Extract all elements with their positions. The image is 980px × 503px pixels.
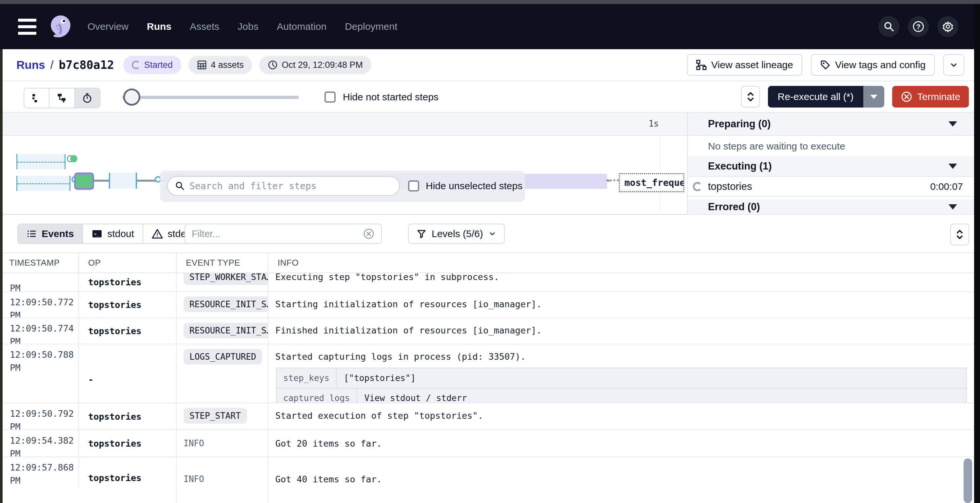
flat-view-button[interactable]: [24, 89, 49, 108]
log-view-tabs: Events >_ stdout ! stderr: [18, 224, 202, 244]
gantt-chart: 1s most_frequent H: [0, 113, 687, 215]
svg-text:>_: >_: [94, 231, 99, 236]
nav-item-jobs[interactable]: Jobs: [238, 21, 258, 32]
chevron-down-icon: [949, 60, 958, 70]
reexecute-split-button: Re-execute all (*): [768, 86, 885, 108]
log-row[interactable]: 12:09:50.772PM topstories RESOURCE_INIT_…: [0, 292, 974, 318]
run-actions-dropdown-button[interactable]: [943, 54, 964, 76]
breadcrumb: Runs / b7c80a12: [16, 58, 114, 72]
window-right-edge: [974, 4, 980, 503]
queued-step-box[interactable]: [109, 173, 137, 189]
gantt-search-box: [167, 176, 400, 196]
tab-events[interactable]: Events: [18, 224, 83, 243]
metadata-value: ["topstories"]: [337, 368, 423, 388]
reexecute-all-button[interactable]: Re-execute all (*): [768, 86, 864, 108]
nav-item-deployment[interactable]: Deployment: [345, 21, 397, 32]
tab-stdout[interactable]: >_ stdout: [83, 224, 143, 243]
tag-icon: [820, 60, 830, 70]
event-log-table: TIMESTAMP OP EVENT TYPE INFO PM topstori…: [0, 253, 974, 503]
waterfall-view-button[interactable]: [49, 89, 75, 108]
log-row[interactable]: 12:09:54.382PM topstories INFO Got 20 it…: [0, 430, 974, 457]
metadata-row: captured_logs View stdout / stderr: [277, 388, 966, 403]
run-header: Runs / b7c80a12 Started 4 assets Oct 29,…: [0, 49, 980, 81]
hide-not-started-checkbox[interactable]: [325, 91, 336, 103]
levels-dropdown-button[interactable]: Levels (5/6): [408, 224, 505, 244]
waterfall-view-icon: [56, 92, 67, 103]
step-search-input[interactable]: [189, 181, 392, 191]
nav-item-runs[interactable]: Runs: [147, 21, 172, 32]
status-spinner-icon: [132, 60, 140, 69]
run-logs-section: Events >_ stdout ! stderr Levels (5/6): [0, 215, 974, 503]
errored-section-header[interactable]: Errored (0): [688, 199, 974, 215]
svg-text:?: ?: [916, 22, 920, 31]
metadata-row: step_keys ["topstories"]: [277, 368, 966, 388]
caret-down-icon: [948, 164, 957, 169]
col-timestamp: TIMESTAMP: [0, 253, 79, 272]
event-type-pill: LOGS_CAPTURED: [183, 349, 262, 365]
grid-icon: [197, 60, 207, 70]
hamburger-menu-icon[interactable]: [18, 16, 40, 37]
event-type-label: INFO: [183, 474, 204, 484]
dotted-connector: [606, 179, 619, 181]
panel-resize-toggle[interactable]: [741, 86, 760, 108]
executing-step-box-topstories[interactable]: [74, 172, 94, 190]
not-started-step-box[interactable]: [16, 176, 70, 191]
window-top-edge: [0, 0, 980, 4]
breadcrumb-separator: /: [51, 58, 54, 72]
metadata-key: step_keys: [277, 368, 337, 388]
clear-filter-icon[interactable]: [363, 228, 375, 240]
executing-step-name: topstories: [708, 181, 752, 193]
dagster-logo[interactable]: [47, 13, 75, 40]
funnel-icon: [417, 229, 426, 239]
flat-view-icon: [31, 92, 42, 103]
timed-view-button[interactable]: [75, 89, 100, 108]
preparing-section-header[interactable]: Preparing (0): [688, 113, 974, 136]
caret-down-icon: [870, 95, 877, 99]
gantt-timeline-header: 1s: [0, 113, 687, 136]
log-scrollbar-thumb[interactable]: [964, 458, 972, 503]
log-row[interactable]: 12:09:50.792PM topstories STEP_START Sta…: [0, 403, 974, 430]
view-asset-lineage-button[interactable]: View asset lineage: [687, 54, 802, 76]
svg-text:!: !: [156, 232, 158, 238]
terminate-icon: [901, 91, 913, 103]
log-row[interactable]: 12:09:50.788PM - LOGS_CAPTURED Started c…: [0, 344, 974, 403]
executing-section-header[interactable]: Executing (1): [688, 156, 974, 177]
reexecute-dropdown-button[interactable]: [863, 86, 884, 108]
terminate-button[interactable]: Terminate: [892, 86, 969, 108]
gantt-zoom-slider-track[interactable]: [122, 96, 299, 99]
gear-icon[interactable]: [937, 16, 958, 37]
gantt-toolbar: Hide not started steps Re-execute all (*…: [0, 81, 980, 113]
hide-unselected-label: Hide unselected steps: [426, 180, 522, 191]
completed-marker-dot[interactable]: [70, 155, 77, 162]
gantt-view-mode-group: [24, 88, 100, 108]
help-icon[interactable]: ?: [908, 16, 929, 37]
log-scroll-toggle[interactable]: [950, 224, 969, 245]
log-row[interactable]: 12:09:57.868PM topstories INFO Got 40 it…: [0, 457, 974, 503]
view-stdout-stderr-link[interactable]: View stdout / stderr: [357, 388, 474, 403]
log-filter-box: [185, 224, 382, 244]
not-started-step-box[interactable]: [16, 154, 65, 169]
breadcrumb-runs-link[interactable]: Runs: [16, 58, 45, 72]
hide-unselected-checkbox[interactable]: [408, 180, 419, 191]
up-down-chevrons-icon: [746, 90, 755, 103]
col-event-type: EVENT TYPE: [177, 253, 269, 272]
spinner-icon: [693, 182, 702, 191]
search-icon[interactable]: [878, 16, 899, 37]
pending-step-box[interactable]: most_frequent: [619, 173, 684, 192]
log-row[interactable]: PM topstories STEP_WORKER_STA… Executing…: [0, 273, 974, 292]
event-type-pill: RESOURCE_INIT_S…: [183, 296, 269, 312]
gantt-zoom-slider-thumb[interactable]: [123, 89, 140, 105]
assets-badge[interactable]: 4 assets: [188, 56, 252, 74]
nav-item-assets[interactable]: Assets: [190, 21, 219, 32]
window-left-edge: [0, 49, 3, 503]
event-type-pill: RESOURCE_INIT_S…: [183, 323, 269, 338]
clock-icon: [268, 60, 278, 70]
stopwatch-icon: [82, 92, 93, 103]
nav-item-automation[interactable]: Automation: [277, 21, 326, 32]
nav-links: Overview Runs Assets Jobs Automation Dep…: [88, 21, 397, 32]
executing-step-row[interactable]: topstories 0:00:07: [688, 177, 974, 197]
log-row[interactable]: 12:09:50.774PM topstories RESOURCE_INIT_…: [0, 318, 974, 344]
nav-item-overview[interactable]: Overview: [88, 21, 129, 32]
view-tags-and-config-button[interactable]: View tags and config: [811, 54, 935, 76]
log-filter-input[interactable]: [192, 229, 363, 239]
